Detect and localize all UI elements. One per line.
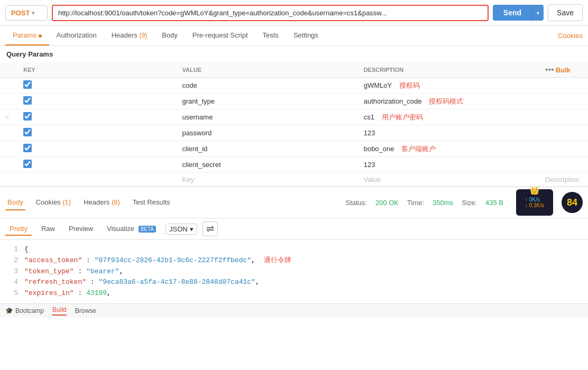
section-title: Query Params	[0, 46, 588, 62]
line-number: 1	[5, 244, 18, 255]
url-input[interactable]	[52, 5, 489, 21]
view-tab-pretty[interactable]: Pretty	[5, 223, 32, 236]
col-key-header: KEY	[18, 62, 177, 78]
more-options-button[interactable]: •••	[545, 65, 554, 75]
line-number: 5	[5, 288, 18, 299]
bulk-link[interactable]: Bulk	[556, 66, 571, 74]
view-tab-visualize[interactable]: Visualize BETA	[103, 223, 160, 236]
row-checkbox[interactable]	[23, 144, 32, 152]
table-row: client_id bobo_one 客户端账户	[0, 141, 588, 157]
row-checkbox[interactable]	[23, 96, 32, 105]
time-label: Time:	[407, 199, 424, 207]
row-description	[540, 109, 588, 125]
tab-params[interactable]: Params	[5, 26, 49, 45]
size-value: 435 B	[485, 199, 503, 207]
row-description	[540, 78, 588, 94]
tab-settings[interactable]: Settings	[286, 26, 326, 45]
view-tab-preview[interactable]: Preview	[65, 223, 97, 236]
annotation: 用户账户密码	[382, 113, 423, 121]
new-row-drag	[0, 173, 18, 187]
params-table: KEY VALUE DESCRIPTION ••• Bulk code gWML…	[0, 62, 588, 187]
json-key: "expires_in"	[24, 289, 74, 297]
row-drag: ≡	[0, 109, 18, 125]
row-checkbox[interactable]	[23, 112, 32, 121]
tab-tests[interactable]: Tests	[255, 26, 286, 45]
row-key: code	[177, 78, 359, 94]
status-value: 200 OK	[375, 199, 399, 207]
time-value: 350ms	[433, 199, 453, 207]
annotation: 客户端账户	[401, 145, 436, 153]
params-dot	[39, 34, 42, 38]
row-checkbox-cell[interactable]	[18, 141, 177, 157]
resp-tab-cookies[interactable]: Cookies (1)	[34, 195, 73, 210]
row-checkbox-cell[interactable]	[18, 94, 177, 109]
table-row: code gWMLoY 授权码	[0, 78, 588, 94]
tab-authorization[interactable]: Authorization	[49, 26, 104, 45]
bottom-bar: 🎓 Bootcamp Build Browse	[0, 303, 588, 318]
json-value: 43199	[86, 289, 107, 297]
row-checkbox-cell[interactable]	[18, 78, 177, 94]
new-row-value[interactable]: Value	[359, 173, 540, 187]
row-description	[540, 141, 588, 157]
view-tabs: Pretty Raw Preview Visualize BETA JSON ▾…	[0, 218, 588, 240]
resp-tab-test-results[interactable]: Test Results	[131, 195, 172, 210]
row-checkbox[interactable]	[23, 160, 32, 168]
table-row: client_secret 123	[0, 157, 588, 173]
row-drag	[0, 78, 18, 94]
method-chevron: ▾	[32, 10, 34, 16]
json-line: 5"expires_in" : 43199,	[5, 288, 583, 299]
method-label: POST	[11, 9, 30, 17]
send-dropdown-button[interactable]: ▾	[532, 5, 544, 21]
row-value: bobo_one 客户端账户	[359, 141, 540, 157]
build-link[interactable]: Build	[52, 306, 67, 316]
json-line: 1{	[5, 244, 583, 255]
table-row: password 123	[0, 125, 588, 141]
tab-headers[interactable]: Headers (9)	[104, 26, 154, 45]
json-key: "token_type"	[24, 267, 74, 275]
table-row: grant_type authorization_code 授权码模式	[0, 94, 588, 109]
save-button[interactable]: Save	[548, 4, 583, 21]
row-value: gWMLoY 授权码	[359, 78, 540, 94]
new-row-checkbox-cell	[18, 173, 177, 187]
resp-tab-headers[interactable]: Headers (8)	[81, 195, 122, 210]
cookies-link[interactable]: Cookies	[558, 32, 583, 40]
new-row-key[interactable]: Key	[177, 173, 359, 187]
format-select[interactable]: JSON ▾	[166, 224, 197, 235]
top-bar: POST ▾ Send ▾ Save	[0, 0, 588, 26]
row-drag	[0, 125, 18, 141]
json-value: "9eca83a6-a5fa-4c17-8e88-2848d87ca41c"	[98, 278, 255, 286]
line-number: 4	[5, 277, 18, 288]
json-key: "access_token"	[24, 256, 82, 264]
tab-prerequest[interactable]: Pre-request Script	[185, 26, 255, 45]
tab-body[interactable]: Body	[154, 26, 185, 45]
view-tab-raw[interactable]: Raw	[37, 223, 59, 236]
json-key: "refresh_token"	[24, 278, 86, 286]
browse-link[interactable]: Browse	[75, 307, 96, 314]
annotation: 授权码模式	[429, 97, 463, 105]
row-value: 123	[359, 157, 540, 173]
bootcamp-icon: 🎓	[5, 307, 13, 314]
row-checkbox[interactable]	[23, 80, 32, 89]
resp-tab-body[interactable]: Body	[5, 195, 25, 210]
row-description	[540, 125, 588, 141]
vip-widget: 👑 ↑ 0K/s ↓ 0.3K/s	[516, 189, 553, 216]
row-key: username	[177, 109, 359, 125]
upload-speed: ↑ 0K/s	[525, 197, 544, 202]
row-value: 123	[359, 125, 540, 141]
row-checkbox[interactable]	[23, 128, 32, 136]
row-value: cs1 用户账户密码	[359, 109, 540, 125]
row-checkbox-cell[interactable]	[18, 125, 177, 141]
row-checkbox-cell[interactable]	[18, 157, 177, 173]
wrap-icon[interactable]: ⇌	[203, 221, 218, 236]
query-params-section: Query Params KEY VALUE DESCRIPTION ••• B…	[0, 46, 588, 187]
method-select[interactable]: POST ▾	[5, 5, 48, 21]
table-row: ≡ username cs1 用户账户密码	[0, 109, 588, 125]
size-label: Size:	[462, 199, 477, 207]
row-drag	[0, 141, 18, 157]
new-row-description[interactable]: Description	[540, 173, 588, 187]
bootcamp-link[interactable]: 🎓 Bootcamp	[5, 307, 44, 314]
json-value: "bearer"	[86, 267, 119, 275]
row-checkbox-cell[interactable]	[18, 109, 177, 125]
json-line: 3"token_type" : "bearer",	[5, 266, 583, 278]
send-button[interactable]: Send	[493, 5, 532, 21]
